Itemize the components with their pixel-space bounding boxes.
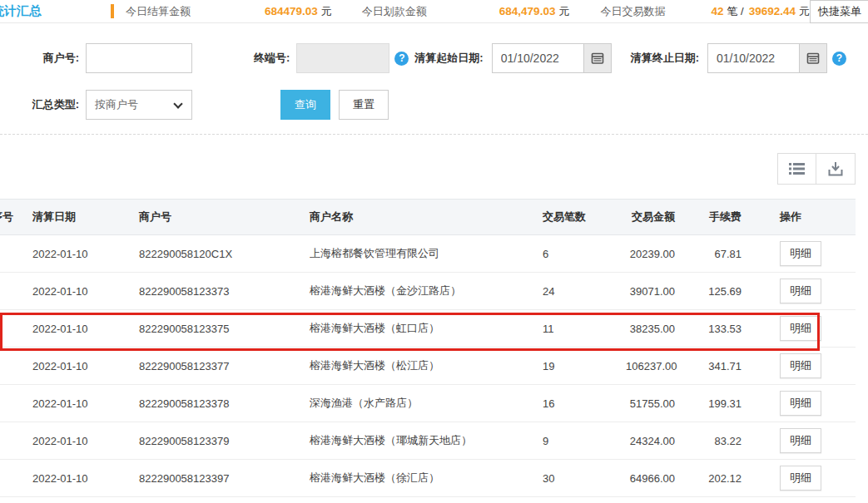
cell-action: 明细 [750,385,856,422]
reset-button[interactable]: 重置 [339,90,389,120]
cell-clearing-date: 2022-01-10 [27,235,134,273]
detail-button[interactable]: 明细 [780,241,821,266]
cell-action: 明细 [750,235,856,273]
cell-merchant-name: 榕港海鲜大酒楼（徐汇店） [305,460,538,497]
cell-serial [0,310,27,348]
detail-button[interactable]: 明细 [780,353,821,378]
cell-txn-count: 19 [538,348,621,385]
clearing-end-input[interactable] [707,43,799,73]
cell-merchant-no: 822290058120C1X [134,235,305,273]
cell-clearing-date: 2022-01-10 [27,348,134,385]
col-merchant-no: 商户号 [134,200,305,235]
clearing-start-calendar-button[interactable] [583,43,612,73]
list-view-button[interactable] [777,153,816,185]
settlement-table: 序号 清算日期 商户号 商户名称 交易笔数 交易金额 手续费 操作 2022-0… [0,199,856,497]
transactions-count: 42 [711,5,723,17]
cell-serial [0,348,27,385]
download-button[interactable] [816,153,856,185]
cell-clearing-date: 2022-01-10 [27,422,134,460]
table-header-row: 序号 清算日期 商户号 商户名称 交易笔数 交易金额 手续费 操作 [0,200,856,235]
clearing-end-label: 清算终止日期: [631,51,699,66]
transfer-amount-unit: 元 [558,4,569,19]
cell-txn-count: 9 [538,422,621,460]
terminal-no-input [296,43,389,73]
cell-merchant-no: 822290058123373 [134,273,305,310]
summary-type-selected-value: 按商户号 [95,97,138,112]
col-serial: 序号 [0,200,27,235]
cell-txn-amount: 24324.00 [621,422,692,460]
cell-action: 明细 [750,422,856,460]
cell-fee: 202.12 [692,460,750,497]
table-row: 2022-01-10 822290058123373 榕港海鲜大酒楼（金沙江路店… [0,273,856,310]
filter-row-2: 汇总类型: 按商户号 查询 重置 [0,90,868,120]
cell-fee: 199.31 [692,385,750,422]
transactions-amount: 39692.44 [749,5,796,17]
top-stat-bar: 统计汇总 今日结算金额 684479.03 元 今日划款金额 684,479.0… [0,0,868,23]
cell-fee: 133.53 [692,310,750,348]
query-button[interactable]: 查询 [280,90,330,120]
transactions-count-unit: 笔 / [727,4,743,19]
chevron-down-icon [173,99,182,108]
clearing-end-group [707,43,827,73]
cell-clearing-date: 2022-01-10 [27,310,134,348]
detail-button[interactable]: 明细 [780,391,821,416]
cell-txn-amount: 20239.00 [621,235,692,273]
cell-action: 明细 [750,460,856,497]
calendar-icon [591,52,604,65]
cell-merchant-no: 822290058123378 [134,385,305,422]
detail-button[interactable]: 明细 [780,466,821,491]
list-view-icon [789,162,805,175]
clearing-start-label: 清算起始日期: [414,51,483,66]
table-tool-buttons [777,153,856,185]
settlement-amount-value: 684479.03 [265,5,318,17]
quick-menu-button[interactable]: 快捷菜单 [810,0,868,23]
cell-txn-amount: 39071.00 [621,273,692,310]
cell-merchant-no: 822290058123375 [134,310,305,348]
download-icon [828,162,843,176]
cell-serial [0,460,27,497]
settlement-amount-label: 今日结算金额 [126,4,191,19]
cell-merchant-no: 822290058123379 [134,422,305,460]
cell-fee: 341.71 [692,348,750,385]
cell-serial [0,385,27,422]
settlement-amount-unit: 元 [321,4,332,19]
orange-divider [111,4,114,18]
cell-txn-count: 16 [538,385,621,422]
cell-merchant-name: 深海渔港（水产路店） [305,385,538,422]
cell-txn-count: 24 [538,273,621,310]
detail-button[interactable]: 明细 [780,428,821,453]
merchant-no-input[interactable] [86,43,192,73]
cell-txn-amount: 106237.00 [621,348,692,385]
detail-button[interactable]: 明细 [780,316,821,341]
cell-merchant-name: 上海榕都餐饮管理有限公司 [305,235,538,273]
table-toolbar [0,135,868,199]
cell-txn-count: 30 [538,460,621,497]
cell-fee: 67.81 [692,235,750,273]
detail-button[interactable]: 明细 [780,279,821,303]
terminal-help-icon[interactable]: ? [394,52,409,66]
summary-type-select[interactable]: 按商户号 [86,90,192,120]
cell-serial [0,422,27,460]
cell-merchant-name: 榕港海鲜大酒楼（金沙江路店） [305,273,538,310]
cell-merchant-no: 822290058123397 [134,460,305,497]
cell-action: 明细 [750,310,856,348]
filter-form: 商户号: 终端号: ? 清算起始日期: 清算终止日期: ? 汇总类型: 按商户号… [0,23,868,135]
terminal-no-label: 终端号: [254,51,290,66]
clearing-date-help-icon[interactable]: ? [832,52,846,66]
table-row: 2022-01-10 822290058123397 榕港海鲜大酒楼（徐汇店） … [0,460,856,497]
clearing-end-calendar-button[interactable] [799,43,827,73]
transactions-label: 今日交易数据 [600,4,665,19]
merchant-no-label: 商户号: [0,51,79,66]
cell-clearing-date: 2022-01-10 [27,273,134,310]
cell-action: 明细 [750,348,856,385]
transactions-amount-unit: 元 [799,4,810,19]
clearing-start-input[interactable] [492,43,583,73]
table-row: 2022-01-10 822290058120C1X 上海榕都餐饮管理有限公司 … [0,235,856,273]
table-row: 2022-01-10 822290058123378 深海渔港（水产路店） 16… [0,385,856,422]
summary-type-label: 汇总类型: [0,97,79,112]
cell-txn-count: 11 [538,310,621,348]
cell-fee: 125.69 [692,273,750,310]
col-action: 操作 [750,200,856,235]
cell-merchant-name: 榕港海鲜大酒楼（瑘城新天地店） [305,422,538,460]
cell-serial [0,273,27,310]
